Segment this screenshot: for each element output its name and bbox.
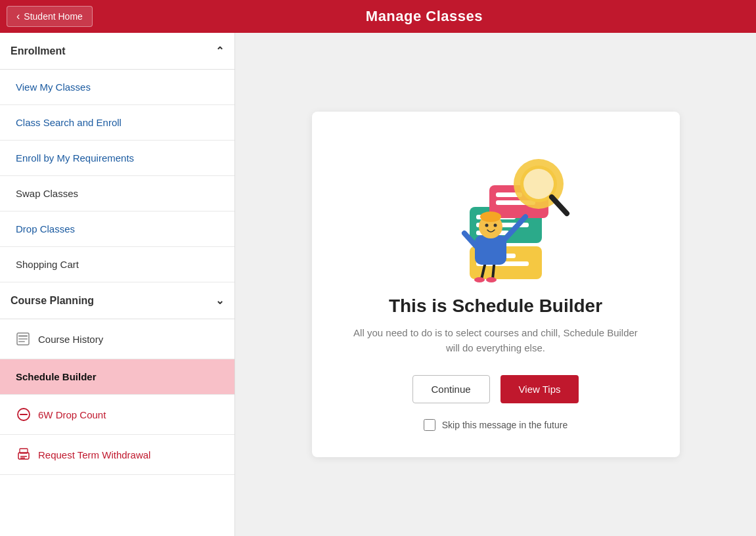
modal-buttons: Continue View Tips <box>412 375 579 403</box>
svg-point-26 <box>474 277 485 282</box>
schedule-builder-modal: This is Schedule Builder All you need to… <box>312 112 680 457</box>
main-layout: Enrollment ⌃ View My Classes Class Searc… <box>0 33 756 536</box>
course-planning-section-label: Course Planning <box>11 295 94 307</box>
back-button[interactable]: ‹ Student Home <box>7 6 93 27</box>
course-history-label: Course History <box>38 334 103 345</box>
svg-line-23 <box>552 197 567 213</box>
shopping-cart-label: Shopping Cart <box>16 259 79 270</box>
sidebar-item-schedule-builder[interactable]: Schedule Builder <box>0 359 234 395</box>
sidebar-item-drop-classes[interactable]: Drop Classes <box>0 212 234 247</box>
6w-drop-count-label: 6W Drop Count <box>38 409 106 420</box>
enrollment-section-label: Enrollment <box>11 45 66 57</box>
svg-rect-1 <box>18 335 28 337</box>
header: ‹ Student Home Manage Classes <box>0 0 756 33</box>
print-icon <box>16 447 32 462</box>
list-icon <box>16 331 32 347</box>
svg-rect-9 <box>20 458 25 459</box>
drop-classes-label: Drop Classes <box>16 223 75 234</box>
modal-subtitle: All you need to do is to select courses … <box>351 326 640 355</box>
svg-rect-2 <box>18 338 28 340</box>
minus-circle-icon <box>16 407 32 422</box>
svg-point-32 <box>493 224 497 227</box>
sidebar-item-enroll-by-requirements[interactable]: Enroll by My Requirements <box>0 141 234 176</box>
enrollment-section-header[interactable]: Enrollment ⌃ <box>0 33 234 70</box>
enroll-by-requirements-label: Enroll by My Requirements <box>16 152 134 164</box>
sidebar-item-shopping-cart[interactable]: Shopping Cart <box>0 247 234 282</box>
course-planning-section-header[interactable]: Course Planning ⌄ <box>0 282 234 319</box>
skip-label: Skip this message in the future <box>442 420 567 430</box>
chevron-down-icon: ⌄ <box>215 294 224 307</box>
chevron-up-icon: ⌃ <box>215 45 224 57</box>
skip-checkbox[interactable] <box>424 419 435 431</box>
sidebar-item-request-term-withdrawal[interactable]: Request Term Withdrawal <box>0 435 234 475</box>
back-button-label: Student Home <box>24 11 83 22</box>
sidebar-item-view-my-classes[interactable]: View My Classes <box>0 70 234 105</box>
svg-point-27 <box>486 277 497 282</box>
sidebar-item-course-history[interactable]: Course History <box>0 319 234 359</box>
view-tips-button[interactable]: View Tips <box>500 375 579 403</box>
svg-point-30 <box>480 212 501 222</box>
sidebar: Enrollment ⌃ View My Classes Class Searc… <box>0 33 235 536</box>
chevron-left-icon: ‹ <box>16 11 20 22</box>
view-my-classes-label: View My Classes <box>16 81 91 93</box>
skip-row: Skip this message in the future <box>424 419 567 431</box>
svg-rect-8 <box>20 456 27 457</box>
main-content: This is Schedule Builder All you need to… <box>235 33 756 536</box>
sidebar-item-swap-classes[interactable]: Swap Classes <box>0 176 234 212</box>
swap-classes-label: Swap Classes <box>16 188 78 199</box>
illustration <box>417 138 575 282</box>
class-search-enroll-label: Class Search and Enroll <box>16 117 122 128</box>
sidebar-item-class-search-enroll[interactable]: Class Search and Enroll <box>0 105 234 141</box>
continue-button[interactable]: Continue <box>412 375 490 403</box>
sidebar-item-6w-drop-count[interactable]: 6W Drop Count <box>0 395 234 435</box>
svg-point-31 <box>485 224 488 227</box>
svg-point-22 <box>523 169 554 199</box>
modal-title: This is Schedule Builder <box>389 296 602 317</box>
request-term-withdrawal-label: Request Term Withdrawal <box>38 449 150 460</box>
schedule-builder-label: Schedule Builder <box>16 371 97 382</box>
svg-rect-3 <box>18 341 25 342</box>
page-title: Manage Classes <box>93 8 756 25</box>
